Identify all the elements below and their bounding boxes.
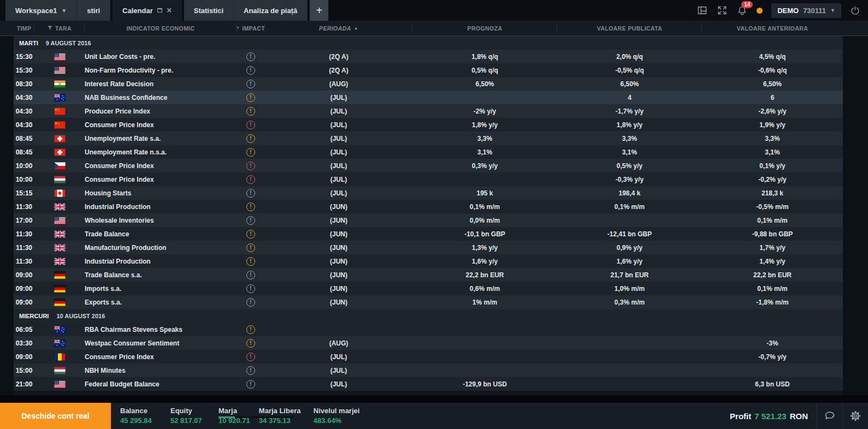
event-previous: -0,6% q/q	[702, 67, 843, 74]
column-header-valoare-anterioara[interactable]: VALOARE ANTERIOARA	[702, 21, 843, 35]
calendar-event-row[interactable]: 21:00Federal Budget Balance!(JUL)-129,9 …	[14, 377, 843, 391]
tab-analiza-de-piata[interactable]: Analiza de piață	[234, 0, 308, 21]
column-label: TIMP	[17, 25, 32, 32]
column-label: INDICATOR ECONOMIC	[126, 25, 194, 32]
notification-badge: 14	[741, 1, 753, 8]
event-actual: 198,4 k	[557, 189, 702, 197]
event-actual: 3,1%	[557, 148, 702, 156]
layout-button[interactable]	[696, 5, 708, 16]
event-impact: !	[237, 353, 265, 361]
event-actual: -1,7% y/y	[557, 108, 702, 115]
add-tab-button[interactable]: +	[310, 0, 328, 21]
workspace-selector[interactable]: Workspace1 ▼	[5, 0, 77, 21]
column-header-tara[interactable]: TARA	[34, 21, 85, 35]
event-indicator: Housing Starts	[85, 189, 237, 197]
tab-statistici[interactable]: Statistici	[184, 0, 234, 21]
event-indicator: Imports s.a.	[85, 285, 237, 293]
event-indicator: NAB Business Confidence	[85, 94, 237, 102]
impact-medium-icon: !	[246, 325, 255, 334]
chevron-down-icon: ▼	[61, 8, 67, 14]
event-indicator: Wholesale Inventories	[85, 217, 237, 224]
notifications-button[interactable]: 14	[736, 5, 748, 16]
event-time: 11:30	[14, 203, 34, 211]
calendar-event-row[interactable]: 15:15Housing Starts!(JUL)195 k198,4 k218…	[14, 186, 843, 200]
calendar-event-row[interactable]: 08:45Unemployment Rate s.a.!(JUL)3,3%3,3…	[14, 132, 843, 145]
event-time: 09:00	[14, 299, 34, 306]
event-country	[34, 339, 85, 347]
filter-icon[interactable]	[48, 26, 52, 31]
tab-stiri[interactable]: stiri	[77, 0, 110, 21]
calendar-event-row[interactable]: 08:30Interest Rate Decision!(AUG)6,50%6,…	[14, 77, 843, 91]
event-country	[34, 189, 85, 197]
tab-calendar[interactable]: Calendar ✕	[113, 0, 182, 21]
calendar-event-row[interactable]: 11:30Trade Balance!(JUN)-10,1 bn GBP-12,…	[14, 227, 843, 241]
event-indicator: Consumer Price Index	[85, 353, 237, 361]
profit-label: Profit	[730, 412, 751, 421]
event-impact: !	[237, 148, 265, 157]
stat-label: Marja Libera	[259, 407, 305, 415]
calendar-event-row[interactable]: 06:05RBA Chairman Stevens Speaks!	[14, 323, 843, 336]
status-bar: Deschide cont real Balance45 295.84Equit…	[0, 403, 868, 429]
calendar-event-row[interactable]: 04:30Consumer Price Index!(JUL)1,8% y/y1…	[14, 118, 843, 132]
calendar-event-row[interactable]: 09:00Exports s.a.!(JUN)1% m/m0,3% m/m-1,…	[14, 295, 843, 309]
event-indicator: Unemployment Rate s.a.	[85, 135, 237, 142]
calendar-event-row[interactable]: 10:00Consumer Price Index!(JUL)0,3% y/y0…	[14, 159, 843, 172]
close-tab-icon[interactable]: ✕	[167, 7, 172, 14]
column-header-perioada[interactable]: PERIOADA▲	[265, 21, 412, 35]
event-time: 11:30	[14, 230, 34, 238]
open-real-account-button[interactable]: Deschide cont real	[0, 403, 111, 429]
calendar-event-row[interactable]: 09:00Consumer Price Index!(JUL)-0,7% y/y	[14, 350, 843, 364]
column-header-impact[interactable]: IMPACT	[237, 21, 265, 35]
event-actual: 0,9% y/y	[557, 244, 702, 252]
logout-button[interactable]	[850, 5, 860, 16]
tab-calendar-label: Calendar	[122, 7, 153, 15]
calendar-event-row[interactable]: 15:30Unit Labor Costs - pre.!(2Q A)1,8% …	[14, 50, 843, 63]
calendar-event-row[interactable]: 15:00NBH Minutes!(JUL)	[14, 364, 843, 377]
event-impact: !	[237, 380, 265, 389]
event-forecast: -2% y/y	[412, 108, 557, 115]
column-header-valoare-publicata[interactable]: VALOARE PUBLICATA	[557, 21, 702, 35]
fullscreen-button[interactable]	[717, 5, 728, 16]
calendar-event-row[interactable]: 17:00Wholesale Inventories!(JUN)0,0% m/m…	[14, 213, 843, 227]
tab-stiri-label: stiri	[87, 7, 100, 15]
impact-low-icon: !	[246, 380, 255, 389]
event-period: (JUL)	[265, 367, 412, 374]
event-previous: 6	[702, 94, 843, 102]
impact-medium-icon: !	[246, 134, 255, 143]
event-actual: 6,50%	[557, 80, 702, 88]
event-time: 15:15	[14, 189, 34, 197]
event-impact: !	[237, 271, 265, 279]
calendar-event-row[interactable]: 09:00Imports s.a.!(JUN)0,6% m/m1,0% m/m0…	[14, 282, 843, 295]
calendar-event-row[interactable]: 03:30Westpac Consumer Sentiment!(AUG)-3%	[14, 336, 843, 350]
calendar-event-row[interactable]: 11:30Manufacturing Production!(JUN)1,3% …	[14, 241, 843, 254]
event-previous: -0,7% y/y	[702, 353, 843, 361]
flag-hu-icon	[54, 176, 66, 183]
impact-medium-icon: !	[246, 202, 255, 211]
calendar-event-row[interactable]: 09:00Trade Balance s.a.!(JUN)22,2 bn EUR…	[14, 268, 843, 282]
column-header-timp[interactable]: TIMP	[14, 21, 34, 35]
calendar-event-row[interactable]: 11:30Industrial Production!(JUN)0,1% m/m…	[14, 200, 843, 213]
impact-low-icon: !	[246, 52, 255, 61]
column-header-indicator-economic[interactable]: INDICATOR ECONOMIC	[85, 21, 237, 35]
calendar-event-row[interactable]: 04:30NAB Business Confidence!(JUL)46	[14, 91, 843, 104]
calendar-event-row[interactable]: 11:30Industrial Production!(JUN)1,6% y/y…	[14, 254, 843, 268]
flag-gb-icon	[54, 203, 66, 211]
flag-ca-icon	[54, 189, 66, 197]
profit-currency: RON	[790, 412, 808, 421]
calendar-table-body: MARTI9 AUGUST 201615:30Unit Labor Costs …	[14, 36, 843, 395]
event-country	[34, 108, 85, 115]
settings-button[interactable]	[843, 410, 868, 422]
event-previous: 4,5% q/q	[702, 53, 843, 61]
calendar-event-row[interactable]: 10:00Consumer Price Index!(JUL)-0,3% y/y…	[14, 172, 843, 186]
event-indicator: RBA Chairman Stevens Speaks	[85, 326, 237, 333]
column-header-prognoza[interactable]: PROGNOZA	[412, 21, 557, 35]
column-label: IMPACT	[242, 25, 265, 32]
calendar-event-row[interactable]: 08:45Unemployment Rate n.s.a.!(JUL)3,1%3…	[14, 145, 843, 159]
event-time: 09:00	[14, 353, 34, 361]
chat-button[interactable]	[817, 409, 842, 422]
filter-icon[interactable]	[237, 26, 239, 31]
calendar-event-row[interactable]: 15:30Non-Farm Productivity - pre.!(2Q A)…	[14, 63, 843, 77]
maximize-tab-icon[interactable]	[157, 8, 162, 13]
account-selector[interactable]: DEMO 730111 ▼	[771, 3, 841, 18]
calendar-event-row[interactable]: 04:30Producer Price Index!(JUL)-2% y/y-1…	[14, 104, 843, 118]
